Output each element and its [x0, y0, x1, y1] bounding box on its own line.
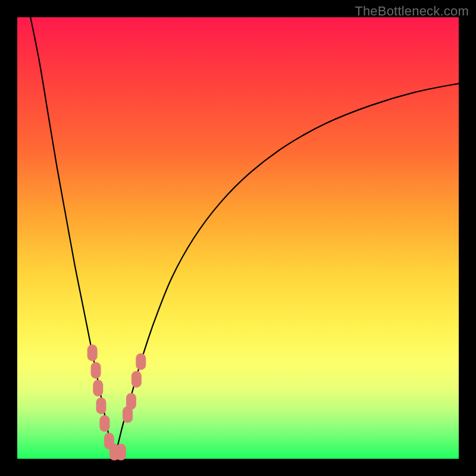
data-marker [126, 393, 136, 410]
bottleneck-curve-right [114, 83, 459, 459]
data-marker [136, 353, 146, 370]
data-marker [93, 380, 103, 396]
plot-area [17, 17, 459, 459]
curve-layer [17, 17, 459, 459]
marker-group [87, 345, 146, 461]
data-marker [91, 362, 101, 379]
data-marker [87, 345, 98, 361]
data-marker [131, 371, 142, 387]
data-marker [96, 397, 106, 414]
data-marker [99, 415, 109, 432]
data-marker [116, 444, 126, 461]
chart-frame: TheBottleneck.com [0, 0, 476, 476]
